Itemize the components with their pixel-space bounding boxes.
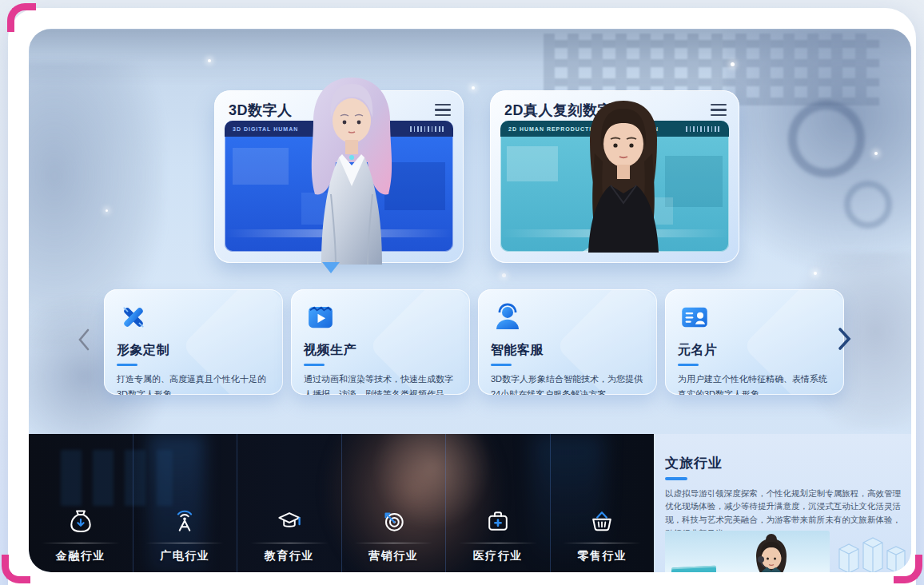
feature-description: 为用户建立个性化特征精确、表情系统真实的3D数字人形象。	[678, 372, 831, 395]
divider	[459, 543, 537, 543]
divider	[250, 543, 329, 543]
title-underline	[117, 364, 137, 366]
corner-accent-icon	[894, 555, 922, 583]
feature-title: 视频生产	[304, 342, 457, 359]
video-clip-icon	[304, 300, 337, 334]
industry-detail-title: 文旅行业	[665, 454, 911, 472]
title-underline	[304, 364, 325, 366]
target-arrow-icon	[379, 507, 408, 535]
female-3d-avatar	[289, 74, 414, 265]
video-pattern	[507, 146, 558, 181]
industry-label: 金融行业	[56, 549, 106, 563]
corner-accent-icon	[2, 555, 30, 583]
triangle-down-icon	[322, 262, 340, 273]
sparkle	[502, 273, 506, 277]
industry-item-medical[interactable]: 医疗行业	[446, 434, 551, 572]
tour-guide-avatar	[742, 534, 801, 572]
industry-label: 营销行业	[368, 549, 418, 563]
divider	[563, 543, 641, 543]
video-caption: 3D DIGITAL HUMAN	[233, 126, 298, 132]
window-frame: 3D数字人 3D DIGITAL HUMAN	[8, 8, 916, 585]
industry-label: 广电行业	[160, 549, 209, 563]
divider	[42, 543, 120, 543]
sparkle	[731, 62, 735, 66]
title-underline	[678, 364, 699, 366]
tick-marks-icon	[410, 126, 445, 132]
feature-card-smart-service[interactable]: 智能客服 3D数字人形象结合智能技术，为您提供24小时在线客户服务解决方案。	[478, 289, 657, 395]
sparkle	[208, 59, 211, 62]
industry-item-marketing[interactable]: 营销行业	[342, 434, 447, 572]
hero-card-3d[interactable]: 3D数字人 3D DIGITAL HUMAN	[214, 90, 464, 263]
chevron-right-icon[interactable]	[834, 324, 854, 353]
robot-ring-decoration	[788, 101, 865, 177]
sparkle	[106, 209, 108, 212]
shopping-basket-icon	[587, 507, 616, 535]
industry-item-finance[interactable]: 金融行业	[29, 434, 133, 572]
industry-item-broadcast[interactable]: 广电行业	[133, 434, 238, 572]
medical-kit-icon	[484, 507, 512, 535]
feature-title: 智能客服	[491, 342, 644, 359]
robot-head-right-decoration	[724, 29, 911, 300]
feature-title: 形象定制	[117, 342, 270, 359]
hero-card-2d[interactable]: 2D真人复刻数字人 2D HUMAN REPRODUCTION DIGITAL …	[490, 90, 739, 263]
id-card-icon	[678, 300, 711, 334]
industry-label: 教育行业	[265, 549, 314, 563]
industry-label: 零售行业	[577, 549, 627, 563]
title-underline	[491, 364, 512, 366]
hero-card-title: 3D数字人	[229, 101, 293, 120]
customer-service-icon	[491, 300, 524, 334]
robot-ring-decoration	[844, 181, 892, 229]
sparkle	[814, 272, 817, 275]
industry-label: 医疗行业	[473, 549, 523, 563]
menu-icon[interactable]	[435, 104, 451, 119]
page: 3D数字人 3D DIGITAL HUMAN	[0, 0, 924, 585]
industries-section: 文旅行业 以虚拟导游引领深度探索，个性化规划定制专属旅程，高效管理优化现场体验，…	[29, 434, 911, 572]
industry-detail-panel: 文旅行业 以虚拟导游引领深度探索，个性化规划定制专属旅程，高效管理优化现场体验，…	[654, 434, 911, 572]
pen-tools-icon	[117, 300, 150, 334]
feature-card-meta-card[interactable]: 元名片 为用户建立个性化特征精确、表情系统真实的3D数字人形象。	[665, 289, 844, 395]
tick-marks-icon	[686, 126, 721, 132]
feature-title: 元名片	[678, 342, 831, 359]
sparkle	[874, 152, 878, 155]
industries-strip: 金融行业 广电行业	[29, 434, 654, 572]
title-underline	[665, 477, 687, 480]
industry-item-retail[interactable]: 零售行业	[551, 434, 655, 572]
divider	[354, 543, 432, 543]
scene-signboard	[671, 566, 716, 572]
industry-item-education[interactable]: 教育行业	[237, 434, 342, 572]
hero-background-band	[29, 29, 911, 85]
female-2d-avatar	[560, 98, 687, 253]
menu-icon[interactable]	[711, 104, 727, 119]
graduation-cap-icon	[275, 507, 304, 535]
video-pattern	[233, 148, 289, 185]
main-content: 3D数字人 3D DIGITAL HUMAN	[29, 29, 911, 572]
feature-card-video-production[interactable]: 视频生产 通过动画和渲染等技术，快速生成数字人播报、访谈、剧情等各类视频作品。	[291, 289, 470, 395]
chevron-left-icon[interactable]	[75, 326, 93, 353]
corner-accent-icon	[7, 3, 36, 32]
feature-description: 打造专属的、高度逼真且个性化十足的3D数字人形象。	[117, 372, 270, 395]
divider	[145, 543, 224, 543]
money-bag-icon	[66, 507, 95, 535]
broadcast-antenna-icon	[170, 507, 199, 535]
feature-card-image-customization[interactable]: 形象定制 打造专属的、高度逼真且个性化十足的3D数字人形象。	[104, 289, 283, 395]
tourism-scene-image	[665, 531, 830, 572]
sparkle	[472, 86, 475, 90]
feature-description: 通过动画和渲染等技术，快速生成数字人播报、访谈、剧情等各类视频作品。	[304, 372, 457, 395]
feature-description: 3D数字人形象结合智能技术，为您提供24小时在线客户服务解决方案。	[491, 372, 644, 395]
